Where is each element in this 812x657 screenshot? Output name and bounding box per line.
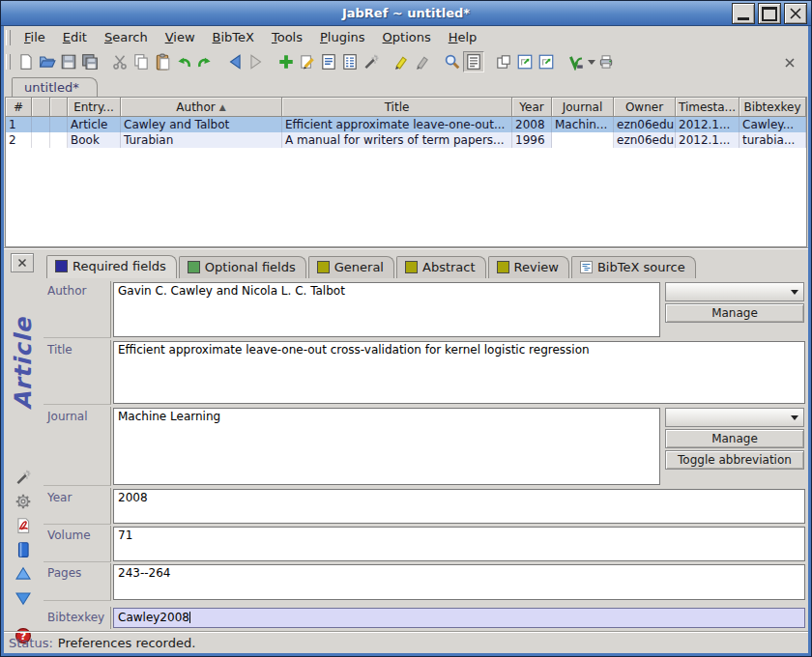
- col-icon1[interactable]: [32, 98, 50, 117]
- col-year[interactable]: Year: [512, 98, 552, 117]
- menu-view[interactable]: View: [157, 28, 204, 46]
- dropdown-arrow-icon[interactable]: [588, 60, 595, 65]
- manage-button[interactable]: Manage: [665, 303, 804, 323]
- cell-icon1[interactable]: [32, 117, 50, 132]
- file-tab-untitled[interactable]: untitled*: [12, 77, 98, 98]
- copy-squares-icon[interactable]: [493, 51, 514, 72]
- save-all-icon[interactable]: [79, 51, 101, 72]
- menu-edit[interactable]: Edit: [54, 28, 96, 46]
- redo-arrow-icon[interactable]: [194, 51, 216, 72]
- close-button[interactable]: [784, 3, 807, 24]
- pdf-icon[interactable]: [13, 517, 34, 534]
- cell-owner[interactable]: ezn06edu: [614, 132, 676, 148]
- col-timestamp[interactable]: Timesta...: [676, 98, 740, 117]
- undo-arrow-icon[interactable]: [173, 51, 194, 72]
- edit-preamble-doc-icon[interactable]: [339, 51, 361, 72]
- tab-review[interactable]: Review: [488, 256, 569, 278]
- tab-abstract[interactable]: Abstract: [396, 256, 486, 278]
- tab-bibtex-source[interactable]: BibTeX source: [571, 256, 696, 278]
- cleanup-wand-icon[interactable]: [361, 51, 382, 72]
- cell-year[interactable]: 2008: [512, 117, 552, 132]
- push-doc-arrow-icon[interactable]: [514, 51, 536, 72]
- down-arrow-icon[interactable]: [13, 589, 34, 607]
- cell-author[interactable]: Turabian: [121, 132, 282, 148]
- pages-field[interactable]: 243--264: [113, 564, 805, 600]
- search-magnifier-icon[interactable]: [442, 51, 463, 72]
- cell-icon2[interactable]: [50, 117, 68, 132]
- author-dropdown[interactable]: [665, 282, 804, 301]
- journal-field[interactable]: Machine Learning: [113, 408, 660, 485]
- new-entry-plus-icon[interactable]: [276, 51, 297, 72]
- edit-entry-pencil-icon[interactable]: [297, 51, 318, 72]
- printer-icon[interactable]: [595, 51, 617, 72]
- open-database-icon[interactable]: [37, 51, 58, 72]
- edit-strings-doc-icon[interactable]: [318, 51, 339, 72]
- col-entrytype[interactable]: Entry...: [68, 98, 121, 117]
- cell-icon1[interactable]: [32, 132, 50, 148]
- manage-button[interactable]: Manage: [665, 429, 804, 448]
- bibtexkey-field[interactable]: Cawley2008: [113, 608, 805, 628]
- new-database-icon[interactable]: [15, 51, 37, 72]
- tab-required-fields[interactable]: Required fields: [46, 255, 177, 278]
- wand-icon[interactable]: [13, 469, 34, 486]
- cut-scissors-icon[interactable]: [109, 51, 130, 72]
- editor-close-button[interactable]: [11, 253, 34, 272]
- menu-help[interactable]: Help: [440, 28, 486, 46]
- paste-clipboard-icon[interactable]: [152, 51, 173, 72]
- toggle-abbreviation-button[interactable]: Toggle abbreviation: [665, 450, 804, 470]
- cell-entrytype[interactable]: Article: [68, 117, 121, 132]
- cell-author[interactable]: Cawley and Talbot: [121, 117, 282, 132]
- cell-bibtexkey[interactable]: Cawley...: [740, 117, 806, 132]
- journal-dropdown[interactable]: [665, 408, 804, 427]
- cell-owner[interactable]: ezn06edu: [614, 117, 676, 132]
- forward-triangle-icon[interactable]: [246, 51, 267, 72]
- save-database-icon[interactable]: [58, 51, 79, 72]
- col-bibtexkey[interactable]: Bibtexkey: [740, 98, 806, 117]
- menubar-handle[interactable]: [6, 30, 11, 45]
- tab-general[interactable]: General: [308, 256, 394, 278]
- col-title[interactable]: Title: [282, 98, 512, 117]
- col-number[interactable]: #: [6, 98, 32, 117]
- cell-bibtexkey[interactable]: turabia...: [740, 132, 806, 148]
- col-author[interactable]: Author▲: [121, 98, 282, 117]
- cell-timestamp[interactable]: 2012.1...: [676, 117, 740, 132]
- cell-journal[interactable]: [552, 132, 614, 148]
- col-owner[interactable]: Owner: [614, 98, 676, 117]
- back-triangle-icon[interactable]: [224, 51, 246, 72]
- cell-entrytype[interactable]: Book: [68, 132, 121, 148]
- cell-title[interactable]: A manual for writers of term papers...: [282, 132, 512, 148]
- col-journal[interactable]: Journal: [552, 98, 614, 117]
- menu-bibtex[interactable]: BibTeX: [204, 28, 263, 46]
- cell-icon2[interactable]: [50, 132, 68, 148]
- titlebar[interactable]: JabRef ~ untitled*: [1, 1, 811, 26]
- menu-tools[interactable]: Tools: [263, 28, 311, 46]
- cell-number[interactable]: 2: [6, 132, 32, 148]
- table-row[interactable]: 1 Article Cawley and Talbot Efficient ap…: [6, 117, 806, 132]
- book-icon[interactable]: [13, 541, 34, 558]
- menu-options[interactable]: Options: [374, 28, 440, 46]
- toolbar-handle[interactable]: [6, 54, 11, 70]
- volume-field[interactable]: 71: [113, 527, 805, 561]
- author-field[interactable]: Gavin C. Cawley and Nicola L. C. Talbot: [113, 282, 660, 337]
- title-field[interactable]: Efficient approximate leave-one-out cros…: [113, 341, 805, 404]
- gear-icon[interactable]: [13, 493, 34, 510]
- table-row[interactable]: 2 Book Turabian A manual for writers of …: [6, 132, 806, 148]
- toggle-preview-doc-icon[interactable]: [463, 51, 484, 72]
- maximize-button[interactable]: [758, 3, 781, 24]
- push-doc-arrow2-icon[interactable]: [536, 51, 557, 72]
- cell-journal[interactable]: Machin...: [552, 117, 614, 132]
- col-icon2[interactable]: [50, 98, 68, 117]
- mark-yellow-marker-icon[interactable]: [391, 51, 412, 72]
- copy-docs-icon[interactable]: [130, 51, 152, 72]
- minimize-button[interactable]: [732, 3, 755, 24]
- close-icon[interactable]: [779, 52, 800, 73]
- menu-search[interactable]: Search: [96, 28, 157, 46]
- up-arrow-icon[interactable]: [13, 565, 34, 583]
- cell-year[interactable]: 1996: [512, 132, 552, 148]
- cell-timestamp[interactable]: 2012.1...: [676, 132, 740, 148]
- menu-plugins[interactable]: Plugins: [311, 28, 374, 46]
- cell-number[interactable]: 1: [6, 117, 32, 132]
- tab-optional-fields[interactable]: Optional fields: [179, 256, 306, 278]
- cell-title[interactable]: Efficient approximate leave-one-out...: [282, 117, 512, 132]
- year-field[interactable]: 2008: [113, 489, 805, 524]
